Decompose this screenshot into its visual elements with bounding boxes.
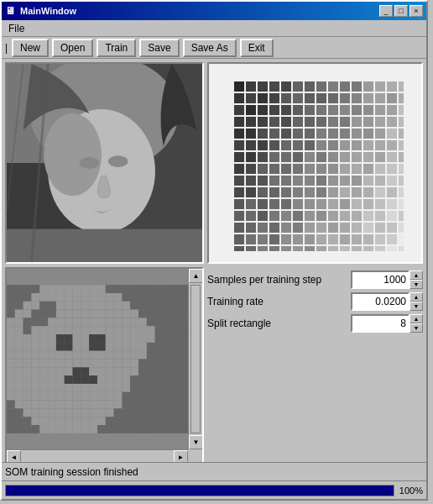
svg-rect-231 [352,246,362,251]
svg-rect-341 [138,318,147,326]
training-rate-decrement-button[interactable]: ▼ [410,302,423,311]
svg-rect-326 [15,318,23,326]
svg-rect-150 [281,187,291,197]
samples-input[interactable] [351,270,410,289]
svg-rect-134 [269,176,279,186]
svg-rect-613 [23,425,32,433]
svg-rect-110 [340,152,350,162]
exit-button[interactable]: Exit [240,39,274,57]
svg-rect-559 [122,401,130,409]
svg-rect-413 [7,351,15,360]
svg-rect-261 [23,293,32,302]
svg-rect-226 [293,246,303,251]
svg-rect-350 [31,326,39,334]
svg-rect-164 [269,199,279,209]
samples-decrement-button[interactable]: ▼ [410,280,423,289]
svg-rect-410 [164,343,172,351]
svg-rect-498 [164,375,172,384]
svg-rect-606 [147,417,155,425]
samples-increment-button[interactable]: ▲ [410,270,423,280]
svg-rect-466 [81,367,89,375]
svg-rect-562 [147,401,155,409]
svg-rect-313 [89,310,97,318]
svg-rect-269 [89,293,97,302]
svg-rect-268 [81,293,89,302]
svg-rect-334 [81,318,89,326]
scrollable-image-panel[interactable]: ▲ ▼ ◄ ► [5,267,204,465]
training-rate-input[interactable] [351,292,410,311]
svg-rect-332 [65,318,73,326]
svg-rect-200 [340,223,350,233]
svg-rect-548 [31,401,39,409]
svg-rect-380 [97,334,106,343]
svg-rect-201 [352,223,362,233]
save-button[interactable]: Save [139,39,179,57]
svg-rect-114 [387,152,397,162]
scroll-down-button[interactable]: ▼ [189,435,203,449]
save-as-button[interactable]: Save As [183,39,237,57]
svg-rect-46 [293,105,303,115]
split-rect-input[interactable] [351,314,410,333]
svg-rect-288 [65,302,73,310]
svg-rect-251 [122,285,130,293]
svg-rect-541 [155,392,164,401]
svg-rect-78 [316,129,326,139]
svg-rect-234 [387,246,397,251]
close-button[interactable]: × [410,5,423,17]
svg-rect-204 [387,223,397,233]
scroll-up-button[interactable]: ▲ [189,269,203,283]
svg-rect-507 [56,384,65,392]
svg-rect-561 [138,401,147,409]
maximize-button[interactable]: □ [394,5,408,17]
training-rate-increment-button[interactable]: ▲ [410,292,423,302]
svg-rect-534 [97,392,106,401]
svg-rect-239 [23,285,32,293]
svg-rect-296 [130,302,138,310]
svg-rect-252 [130,285,138,293]
svg-rect-544 [180,392,188,401]
svg-rect-591 [23,417,32,425]
svg-rect-279 [171,293,180,302]
svg-rect-554 [81,401,89,409]
minimize-button[interactable]: _ [379,5,393,17]
svg-rect-241 [39,285,48,293]
svg-rect-549 [39,401,48,409]
open-button[interactable]: Open [52,39,93,57]
menu-file[interactable]: File [2,21,31,36]
svg-rect-470 [114,367,123,375]
svg-rect-184 [328,211,338,221]
svg-rect-61 [293,117,303,127]
svg-rect-245 [73,285,81,293]
svg-rect-125 [340,164,350,174]
svg-rect-631 [171,425,180,433]
split-rect-increment-button[interactable]: ▲ [410,314,423,323]
svg-rect-531 [73,392,81,401]
svg-rect-214 [328,234,338,244]
svg-rect-52 [363,105,373,115]
som-visualization [227,75,404,251]
scroll-thumb-vertical[interactable] [190,285,201,433]
svg-rect-143 [375,176,385,186]
svg-rect-266 [65,293,73,302]
svg-rect-238 [15,285,23,293]
new-button[interactable]: New [12,39,49,57]
svg-rect-407 [138,343,147,351]
svg-rect-248 [97,285,106,293]
vertical-scrollbar[interactable]: ▲ ▼ [188,269,202,449]
svg-rect-615 [39,425,48,433]
svg-rect-489 [89,375,97,384]
svg-rect-490 [97,375,106,384]
svg-rect-579 [106,408,114,417]
svg-rect-76 [293,129,303,139]
svg-rect-478 [180,367,188,375]
svg-rect-379 [89,334,97,343]
split-rect-decrement-button[interactable]: ▼ [410,323,423,333]
svg-rect-45 [281,105,291,115]
svg-rect-604 [130,417,138,425]
svg-rect-464 [65,367,73,375]
train-button[interactable]: Train [97,39,136,57]
svg-rect-557 [106,401,114,409]
svg-rect-488 [81,375,89,384]
svg-rect-483 [39,375,48,384]
svg-rect-405 [122,343,130,351]
